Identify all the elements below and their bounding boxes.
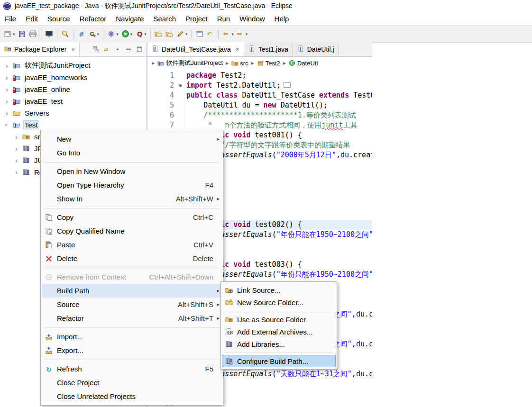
open-console-button[interactable] — [44, 27, 55, 40]
menu-item-add-external-archives[interactable]: 010Add External Archives... — [222, 326, 336, 338]
debug-dropdown-arrow[interactable]: ▾ — [116, 32, 119, 36]
maximize-button[interactable] — [136, 46, 143, 53]
view-close-icon[interactable]: × — [72, 46, 75, 53]
menu-item-add-libraries[interactable]: Add Libraries... — [222, 338, 336, 350]
add-archives-icon: 010 — [222, 328, 236, 335]
line-number[interactable]: 7 — [147, 120, 174, 130]
menu-item-open-type-hierarchy[interactable]: Open Type HierarchyF4 — [42, 178, 222, 192]
line-number[interactable]: 2 — [147, 81, 174, 90]
editor-tab-dateutil-j[interactable]: JDateUtil.j — [293, 42, 339, 56]
menu-source[interactable]: Source — [43, 13, 75, 24]
expand-arrow-icon[interactable]: › — [13, 133, 19, 141]
line-number[interactable]: 5 — [147, 100, 174, 110]
tree-item-javaee-test[interactable]: ›JjavaEE_test — [4, 96, 64, 106]
run-button[interactable]: ▾ — [120, 27, 134, 40]
tab-close-icon[interactable]: × — [236, 45, 239, 53]
menu-item-close-project[interactable]: Close Project — [42, 376, 222, 389]
menu-item-source[interactable]: SourceAlt+Shift+S▸ — [42, 298, 222, 311]
fold-expand-icon[interactable]: ⊕ — [177, 81, 184, 90]
menu-item-copy[interactable]: CopyCtrl+C — [42, 210, 222, 224]
menu-item-import[interactable]: Import... — [42, 330, 222, 344]
minimize-button[interactable] — [125, 46, 132, 53]
expand-arrow-icon[interactable]: › — [13, 168, 19, 176]
breadcrumb-expand-icon[interactable]: ▶ — [152, 61, 155, 65]
tree-item-javaee-online[interactable]: ›JjavaEE_online — [4, 84, 72, 94]
tree-item-junitproject[interactable]: ›J软件测试JunitProject — [4, 60, 92, 71]
expand-arrow-icon[interactable]: › — [4, 73, 10, 81]
open-type-button[interactable] — [153, 27, 164, 40]
menu-file[interactable]: File — [0, 13, 21, 24]
menu-item-close-unrelated-projects[interactable]: Close Unrelated Projects — [42, 389, 222, 403]
editor-tab-dateutil-testcase-java[interactable]: JDateUtil_TestCase.java× — [147, 42, 244, 56]
view-menu-button[interactable] — [114, 46, 121, 53]
menu-refactor[interactable]: Refactor — [75, 13, 111, 24]
debug-button[interactable]: ▾ — [106, 27, 120, 40]
coverage-dropdown-arrow[interactable]: ▾ — [144, 32, 147, 36]
link-with-editor-button[interactable]: ⇄ — [103, 46, 110, 53]
expand-arrow-icon[interactable]: › — [4, 109, 10, 117]
annotations-dropdown-arrow[interactable]: ▾ — [185, 32, 188, 36]
expand-arrow-icon[interactable]: › — [13, 156, 19, 164]
menu-navigate[interactable]: Navigate — [111, 13, 148, 24]
search-button[interactable] — [60, 27, 71, 40]
menu-item-delete[interactable]: DeleteDelete — [42, 252, 222, 265]
menu-item-configure-build-path[interactable]: Configure Build Path... — [222, 355, 336, 367]
menu-item-build-path[interactable]: Build Path▸ — [42, 284, 222, 298]
menu-project[interactable]: Project — [181, 13, 212, 24]
forward-button[interactable]: ⇨▾ — [235, 27, 249, 40]
last-edit-location-button[interactable]: ↶ — [205, 27, 216, 40]
forward-dropdown-arrow[interactable]: ▾ — [246, 32, 248, 36]
breadcrumb-item-test2[interactable]: Test2 — [256, 59, 281, 67]
menu-item-refresh[interactable]: ↻RefreshF5 — [42, 362, 222, 376]
menu-item-export[interactable]: Export... — [42, 344, 222, 357]
new-wizard-button[interactable]: *▾ — [2, 27, 17, 40]
external-tools-dropdown-arrow[interactable]: ▾ — [97, 32, 100, 36]
external-tools-button[interactable]: G▾ — [87, 27, 101, 40]
tree-item-test[interactable]: ›JTest — [4, 119, 39, 130]
menu-item-use-as-source-folder[interactable]: Use as Source Folder — [222, 313, 336, 326]
expand-arrow-icon[interactable]: › — [4, 85, 10, 93]
open-resource-button[interactable] — [164, 27, 175, 40]
menu-run[interactable]: Run — [212, 13, 235, 24]
expand-arrow-icon[interactable]: › — [4, 62, 10, 70]
menu-item-refactor[interactable]: RefactorAlt+Shift+T▸ — [42, 311, 222, 325]
menu-item-paste[interactable]: PasteCtrl+V — [42, 238, 222, 252]
back-dropdown-arrow[interactable]: ▾ — [231, 32, 234, 36]
breadcrumb-item-dateuti[interactable]: CDateUti — [288, 59, 319, 67]
menu-item-new-source-folder[interactable]: *New Source Folder... — [222, 296, 336, 308]
annotations-button[interactable]: ▾ — [175, 27, 189, 40]
breadcrumb-item-src[interactable]: src — [230, 59, 249, 67]
expand-arrow-icon[interactable]: › — [13, 145, 19, 153]
expand-arrow-icon[interactable]: › — [4, 97, 10, 105]
back-button[interactable]: ⇦▾ — [221, 27, 235, 40]
tree-item-servers[interactable]: ›Servers — [4, 108, 51, 118]
menu-item-new[interactable]: New▸ — [42, 132, 222, 146]
menu-item-open-in-new-window[interactable]: Open in New Window — [42, 164, 222, 178]
print-button[interactable] — [28, 27, 38, 40]
editor-tab-test1-java[interactable]: JTest1.java — [244, 42, 293, 56]
package-explorer-tab[interactable]: Package Explorer × — [0, 42, 80, 56]
menu-item-go-into[interactable]: Go Into — [42, 146, 222, 160]
project-context-menu: New▸Go IntoOpen in New WindowOpen Type H… — [40, 130, 223, 406]
menu-item-show-in[interactable]: Show InAlt+Shift+W▸ — [42, 192, 222, 206]
new-java-project-button[interactable]: # — [76, 27, 87, 40]
line-number[interactable]: 6 — [147, 110, 174, 120]
menu-help[interactable]: Help — [270, 13, 294, 24]
line-number[interactable]: 4 — [147, 90, 174, 100]
menu-window[interactable]: Window — [235, 13, 269, 24]
collapse-all-button[interactable] — [92, 46, 99, 53]
menu-item-link-source[interactable]: Link Source... — [222, 284, 336, 296]
collapse-arrow-icon[interactable]: › — [3, 122, 11, 128]
line-number[interactable]: 1 — [147, 71, 174, 81]
tree-item-javaee-homeworks[interactable]: ›JjavaEE_homeworks — [4, 72, 89, 82]
run-dropdown-arrow[interactable]: ▾ — [130, 32, 133, 36]
save-button[interactable] — [17, 27, 28, 40]
collapsed-code-icon[interactable] — [284, 82, 291, 88]
menu-edit[interactable]: Edit — [21, 13, 43, 24]
menu-search[interactable]: Search — [148, 13, 181, 24]
breadcrumb-item-junitproject[interactable]: J软件测试JunitProject — [156, 58, 224, 68]
coverage-button[interactable]: Q▾ — [134, 27, 148, 40]
menu-item-copy-qualified-name[interactable]: aCopy Qualified Name — [42, 224, 222, 238]
new-wizard-dropdown-arrow[interactable]: ▾ — [13, 32, 15, 36]
open-perspective-button[interactable] — [194, 27, 205, 40]
